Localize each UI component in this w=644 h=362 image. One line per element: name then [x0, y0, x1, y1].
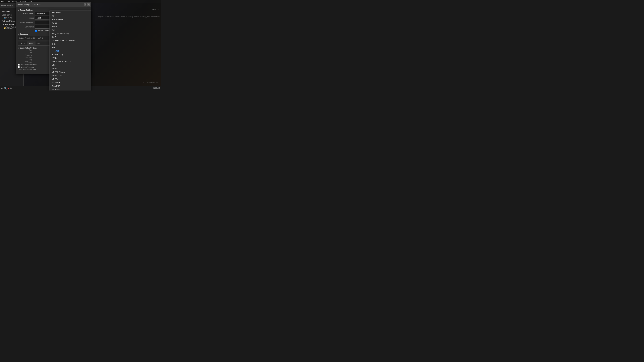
c-drive-label: C: (OS) — [6, 17, 12, 18]
dropdown-item-aac-audio[interactable]: AAC Audio — [50, 11, 91, 14]
local-drives-label: Local Drives — [2, 14, 12, 16]
frame-rate-label: Frame Ra — [18, 54, 32, 56]
width-label: Wid — [18, 49, 32, 51]
basic-video-label: Basic Video Settings — [20, 47, 38, 49]
export-video-checkbox[interactable] — [35, 30, 37, 31]
instruction-text: r drag files here from the Media Browser… — [97, 16, 160, 18]
taskbar-start[interactable]: ⊞ — [1, 87, 3, 89]
dialog-controls: □ ✕ — [84, 3, 90, 6]
dropdown-item-mp3[interactable]: MP3 — [50, 63, 91, 67]
comments-label: Comments: — [18, 26, 34, 28]
export-video-label: Export Video — [38, 29, 49, 32]
taskbar-icons: ⊞ 🔍 ● ◉ — [1, 87, 12, 89]
dropdown-item-avi-uncompressed[interactable]: AVI (Uncompressed) — [50, 32, 91, 35]
dropdown-item-openexr[interactable]: OpenEXR — [50, 84, 91, 88]
use-max-render-label: Use Maximum Render — [20, 64, 36, 66]
summary-label: Summary — [20, 33, 28, 35]
tab-effects[interactable]: Effects — [18, 41, 27, 45]
aspect-label: Asp — [18, 59, 32, 61]
dropdown-item-mpeg2-bluray[interactable]: MPEG2 Blu-ray — [50, 70, 91, 74]
dropdown-item-gif[interactable]: GIF — [50, 46, 91, 49]
preset-name-label: Preset Name: — [18, 12, 34, 14]
set-start-timecode-checkbox[interactable] — [18, 66, 20, 68]
dropdown-item-aiff[interactable]: AIFF — [50, 14, 91, 18]
tab-video[interactable]: Video — [27, 41, 36, 45]
network-drives-label: Network Drives — [2, 20, 15, 22]
use-max-render-checkbox[interactable] — [18, 64, 20, 66]
dialog-titlebar: Preset Settings "New Preset" □ ✕ — [16, 2, 91, 7]
format-dropdown: AAC Audio AIFF Animated GIF AS-10 AS-11 … — [50, 10, 91, 90]
dropdown-item-jpeg[interactable]: JPEG — [50, 56, 91, 60]
encoding-status: Not currently encoding. — [143, 81, 160, 83]
creative-cloud-label: Creative Cloud — [2, 23, 14, 25]
taskbar-search[interactable]: 🔍 — [4, 87, 7, 89]
tab-audio[interactable]: Au... — [36, 41, 43, 45]
output-files-label: Output File — [151, 9, 160, 11]
menu-item-edit[interactable]: Edit — [7, 1, 10, 2]
dropdown-item-avi[interactable]: AVI — [50, 28, 91, 32]
taskbar-chrome[interactable]: ◉ — [10, 87, 12, 89]
folder-icon: 📁 — [4, 27, 6, 29]
export-settings-label: Export Settings — [20, 9, 33, 11]
dropdown-item-dnxhr[interactable]: DNxHR/DNxHD MXF OP1a — [50, 39, 91, 42]
output-value: Based on VBR, 1 AAC, 3 — [25, 37, 43, 39]
dropdown-item-h264[interactable]: H.264 — [50, 49, 91, 53]
dropdown-item-bmp[interactable]: BMP — [50, 35, 91, 39]
dropdown-item-as-10[interactable]: AS-10 — [50, 21, 91, 25]
dropdown-item-mpeg4[interactable]: MPEG4 — [50, 77, 91, 81]
time-display: 10:27 AM — [153, 87, 160, 89]
based-on-preset-label: Based on Preset: — [18, 21, 34, 23]
height-label: Hei — [18, 52, 32, 53]
dropdown-item-dpx[interactable]: DPX — [50, 42, 91, 46]
dropdown-item-mxf-op1a[interactable]: MXF OP1a — [50, 81, 91, 84]
dialog-maximize-button[interactable]: □ — [84, 3, 86, 6]
dropdown-item-p2-movie[interactable]: P2 Movie — [50, 88, 91, 90]
time-interpolation-label: Time Interpolation: — [18, 69, 32, 70]
tv-standard-label: TV Standa — [18, 61, 32, 63]
summary-arrow: ▼ — [18, 33, 19, 35]
dropdown-item-h264-bluray[interactable]: H.264 Blu-ray — [50, 53, 91, 56]
basic-video-arrow: ▼ — [18, 47, 19, 49]
dialog-title: Preset Settings "New Preset" — [18, 3, 42, 6]
dialog-close-button[interactable]: ✕ — [87, 3, 90, 6]
menu-item-file[interactable]: File — [1, 1, 4, 2]
field-order-label: Field Ord — [18, 56, 32, 58]
set-start-timecode-label: Set Start Timecode — [20, 66, 34, 68]
dropdown-item-mpeg2[interactable]: MPEG2 — [50, 67, 91, 70]
media-browser-title: Media Browser — [1, 5, 13, 7]
dropdown-item-mpeg2-dvd[interactable]: MPEG2-DVD — [50, 74, 91, 77]
output-label: Output: — [19, 37, 24, 39]
format-label: Format: — [18, 17, 34, 19]
dropdown-item-jpeg-2000[interactable]: JPEG 2000 MXF OP1a — [50, 60, 91, 63]
export-settings-arrow: ▼ — [18, 9, 19, 11]
time-interpolation-value: Fra — [34, 69, 36, 70]
drive-icon: 💾 — [4, 17, 6, 18]
favorites-label: Favorites — [2, 10, 10, 12]
taskbar-app-icon[interactable]: ● — [8, 87, 9, 89]
dropdown-item-as-11[interactable]: AS-11 — [50, 25, 91, 28]
dropdown-item-animated-gif[interactable]: Animated GIF — [50, 18, 91, 21]
